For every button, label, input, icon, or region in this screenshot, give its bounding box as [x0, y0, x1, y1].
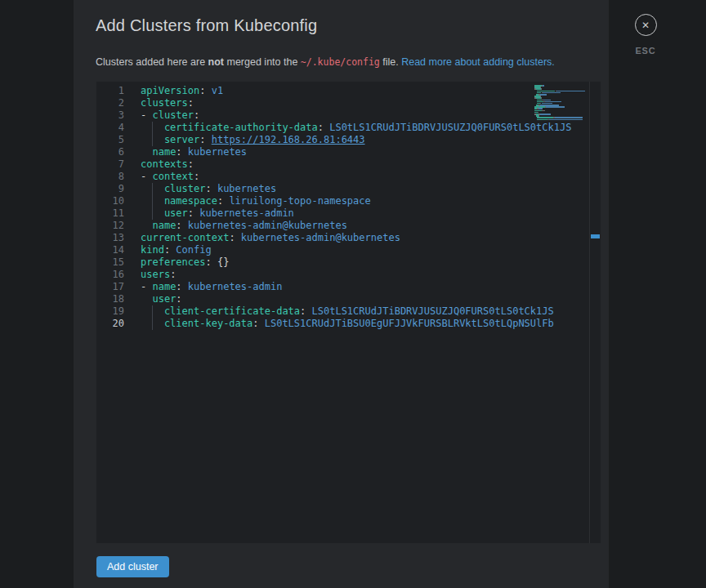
line-number: 20 [96, 318, 124, 330]
code-line: 1apiVersion: v1 [96, 85, 601, 97]
code-line: 20 client-key-data: LS0tLS1CRUdJTiBSU0Eg… [96, 318, 601, 330]
line-number: 14 [96, 244, 124, 256]
code-line: 16users: [96, 269, 601, 281]
code-line: 4 certificate-authority-data: LS0tLS1CRU… [96, 122, 601, 134]
esc-label: ESC [632, 46, 659, 56]
code-line: 8- context: [96, 171, 601, 183]
code-line: 5 server: https://192.168.26.81:6443 [96, 134, 601, 146]
subtitle-middle: merged into the [224, 56, 301, 68]
line-number: 7 [96, 158, 124, 171]
code-lines: 1apiVersion: v12clusters:3- cluster:4 ce… [96, 85, 601, 330]
read-more-link[interactable]: Read more about adding clusters. [401, 56, 555, 68]
line-number: 10 [96, 195, 124, 207]
line-number: 15 [96, 256, 124, 269]
line-number: 1 [96, 85, 124, 97]
line-number: 17 [96, 281, 124, 293]
code-line: 2clusters: [96, 97, 601, 109]
subtitle-not: not [208, 56, 224, 68]
code-line: 11 user: kubernetes-admin [96, 207, 601, 220]
line-number: 18 [96, 293, 124, 305]
code-line: 9 cluster: kubernetes [96, 183, 601, 195]
add-clusters-modal: Add Clusters from Kubeconfig Clusters ad… [74, 0, 609, 588]
code-line: 15preferences: {} [96, 256, 601, 269]
scrollbar-cursor-marker [591, 234, 600, 238]
line-number: 11 [96, 207, 124, 220]
line-number: 5 [96, 134, 124, 146]
code-line: 7contexts: [96, 158, 601, 171]
code-line: 12 name: kubernetes-admin@kubernetes [96, 220, 601, 232]
kubeconfig-path-code: ~/.kube/config [301, 56, 380, 68]
line-number: 2 [96, 97, 124, 109]
add-cluster-button[interactable]: Add cluster [96, 556, 169, 577]
line-number: 6 [96, 146, 124, 158]
code-line: 14kind: Config [96, 244, 601, 256]
minimap[interactable] [534, 85, 588, 122]
line-number: 12 [96, 220, 124, 232]
editor-scrollbar[interactable] [589, 82, 601, 543]
kubeconfig-editor[interactable]: 1apiVersion: v12clusters:3- cluster:4 ce… [96, 82, 601, 543]
code-line: 13current-context: kubernetes-admin@kube… [96, 232, 601, 244]
subtitle-prefix: Clusters added here are [96, 56, 208, 68]
page-title: Add Clusters from Kubeconfig [96, 16, 317, 35]
line-number: 9 [96, 183, 124, 195]
code-line: 10 namespace: liruilong-topo-namespace [96, 195, 601, 207]
close-icon: ✕ [641, 20, 650, 31]
line-number: 8 [96, 171, 124, 183]
line-number: 19 [96, 305, 124, 318]
code-line: 3- cluster: [96, 109, 601, 122]
code-line: 6 name: kubernetes [96, 146, 601, 158]
subtitle: Clusters added here are not merged into … [96, 56, 555, 69]
line-number: 3 [96, 109, 124, 122]
code-line: 18 user: [96, 293, 601, 305]
close-button[interactable]: ✕ [635, 14, 657, 36]
close-area: ✕ ESC [632, 14, 659, 56]
code-line: 19 client-certificate-data: LS0tLS1CRUdJ… [96, 305, 601, 318]
line-number: 13 [96, 232, 124, 244]
subtitle-suffix: file. [380, 56, 401, 68]
line-number: 4 [96, 122, 124, 134]
code-line: 17- name: kubernetes-admin [96, 281, 601, 293]
line-number: 16 [96, 269, 124, 281]
